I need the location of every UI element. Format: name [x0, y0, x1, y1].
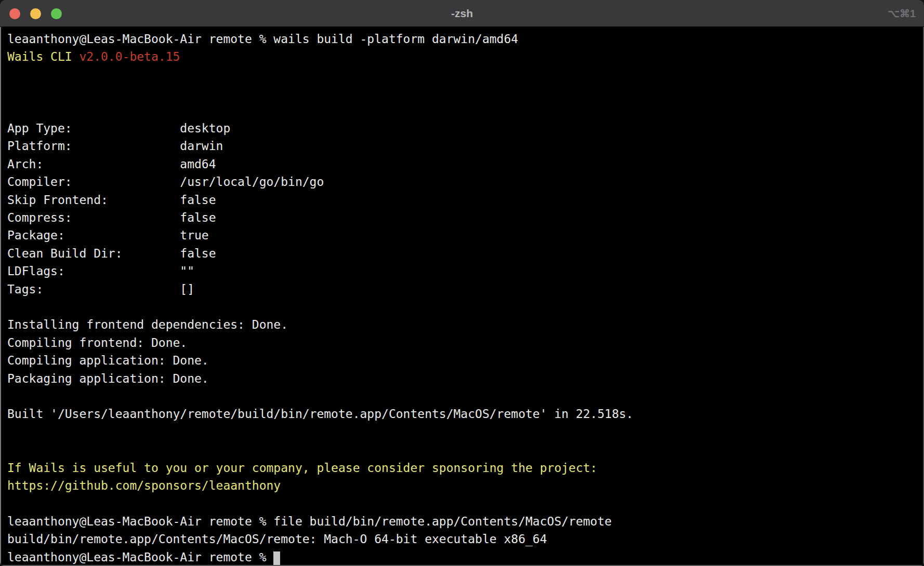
title-bar[interactable]: -zsh ⌥⌘1 — [0, 0, 924, 27]
terminal-text: Skip Frontend: false — [7, 193, 216, 207]
terminal-text: Tags: [] — [7, 282, 194, 296]
terminal-line: Compiling application: Done. — [7, 352, 923, 369]
terminal-line: Platform: darwin — [7, 137, 923, 155]
terminal-line: Compiler: /usr/local/go/bin/go — [7, 173, 923, 191]
terminal-text: leaanthony@Leas-MacBook-Air remote % — [7, 550, 273, 564]
terminal-line — [7, 298, 923, 316]
terminal-text: leaanthony@Leas-MacBook-Air remote % fil… — [7, 515, 612, 528]
window-shortcut: ⌥⌘1 — [888, 0, 916, 27]
sponsor-url: https://github.com/sponsors/leaanthony — [7, 479, 281, 492]
terminal-text: Wails CLI — [7, 50, 79, 63]
terminal-line — [7, 66, 923, 84]
terminal-line — [7, 494, 923, 512]
terminal-text: Compiling frontend: Done. — [7, 336, 187, 349]
terminal-text: build/bin/remote.app/Contents/MacOS/remo… — [7, 532, 547, 546]
terminal-text: Compress: false — [7, 211, 216, 224]
terminal-line: App Type: desktop — [7, 119, 923, 137]
terminal-line: build/bin/remote.app/Contents/MacOS/remo… — [7, 530, 923, 548]
terminal-line: Clean Build Dir: false — [7, 245, 923, 262]
terminal-text: Compiling application: Done. — [7, 354, 209, 367]
terminal-text: Clean Build Dir: false — [7, 247, 216, 260]
terminal-cursor — [273, 551, 280, 565]
terminal-line — [7, 441, 923, 459]
terminal-line: If Wails is useful to you or your compan… — [7, 459, 923, 477]
terminal-line: Arch: amd64 — [7, 155, 923, 173]
terminal-content: leaanthony@Leas-MacBook-Air remote % wai… — [0, 27, 924, 566]
terminal-text: Platform: darwin — [7, 139, 223, 153]
terminal-line: Compress: false — [7, 209, 923, 226]
terminal-line: Packaging application: Done. — [7, 370, 923, 387]
terminal-window: -zsh ⌥⌘1 leaanthony@Leas-MacBook-Air rem… — [0, 0, 924, 566]
terminal-line: https://github.com/sponsors/leaanthony — [7, 477, 923, 494]
terminal-text: Installing frontend dependencies: Done. — [7, 318, 288, 331]
terminal-text: Arch: amd64 — [7, 157, 216, 171]
terminal-line: Skip Frontend: false — [7, 191, 923, 209]
terminal-line: leaanthony@Leas-MacBook-Air remote % fil… — [7, 513, 923, 530]
terminal-line — [7, 387, 923, 405]
terminal-text: Built '/Users/leaanthony/remote/build/bi… — [7, 407, 633, 421]
terminal-text: Compiler: /usr/local/go/bin/go — [7, 175, 324, 188]
terminal-line — [7, 102, 923, 119]
terminal-text: leaanthony@Leas-MacBook-Air remote % wai… — [7, 32, 518, 46]
terminal-text: App Type: desktop — [7, 122, 230, 135]
terminal-text: Package: true — [7, 228, 209, 242]
terminal-text: v2.0.0-beta.15 — [79, 50, 180, 63]
terminal-line: leaanthony@Leas-MacBook-Air remote % wai… — [7, 30, 923, 48]
terminal-line: Built '/Users/leaanthony/remote/build/bi… — [7, 405, 923, 423]
terminal-line: LDFlags: "" — [7, 262, 923, 280]
terminal-line: leaanthony@Leas-MacBook-Air remote % — [7, 548, 923, 566]
terminal-output[interactable]: leaanthony@Leas-MacBook-Air remote % wai… — [1, 27, 923, 566]
terminal-line — [7, 84, 923, 101]
terminal-line: Tags: [] — [7, 280, 923, 298]
terminal-text: Packaging application: Done. — [7, 372, 209, 385]
terminal-line: Wails CLI v2.0.0-beta.15 — [7, 48, 923, 65]
terminal-line: Package: true — [7, 226, 923, 244]
terminal-text: If Wails is useful to you or your compan… — [7, 461, 597, 475]
terminal-line: Compiling frontend: Done. — [7, 334, 923, 352]
terminal-text: LDFlags: "" — [7, 264, 194, 278]
terminal-line — [7, 423, 923, 441]
window-title: -zsh — [0, 0, 924, 27]
terminal-line: Installing frontend dependencies: Done. — [7, 316, 923, 333]
